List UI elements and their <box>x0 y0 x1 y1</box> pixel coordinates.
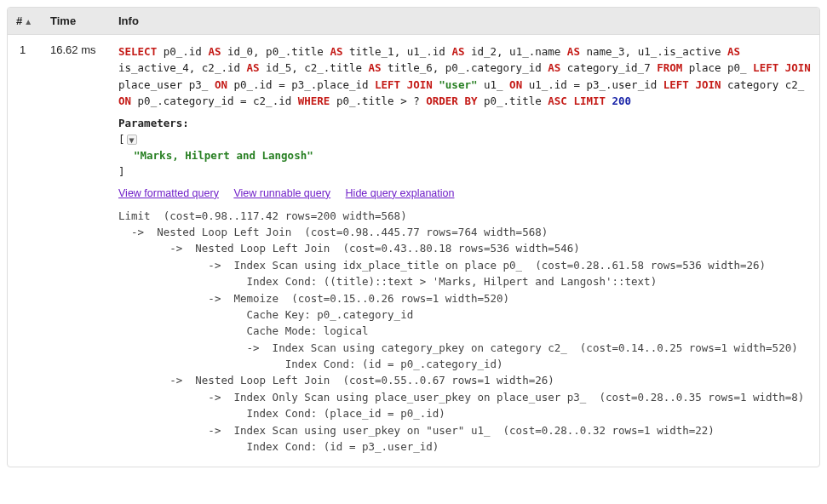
sql-token: AS <box>330 45 342 58</box>
sql-query: SELECT p0_.id AS id_0, p0_.title AS titl… <box>118 43 811 110</box>
hide-explain-link[interactable]: Hide query explanation <box>346 187 455 199</box>
header-info-label: Info <box>118 14 139 27</box>
sql-token: ON <box>118 94 131 107</box>
sql-token: ASC <box>548 94 567 107</box>
sql-token: WHERE <box>298 94 330 107</box>
parameters-block: [▼ "Marks, Hilpert and Langosh" ] <box>118 131 811 180</box>
sql-token: p0_.category_id = c2_.id <box>131 94 298 107</box>
query-explain-plan: Limit (cost=0.98..117.42 rows=200 width=… <box>118 208 811 455</box>
sql-token: LEFT JOIN <box>753 61 811 74</box>
header-num[interactable]: #▲ <box>8 8 42 35</box>
sql-token: u1_.id = p3_.user_id <box>522 78 663 91</box>
sql-token: LIMIT <box>573 94 606 107</box>
query-panel: #▲ Time Info 1 16.62 ms SELECT p0_.id AS… <box>7 7 820 467</box>
header-info[interactable]: Info <box>110 8 819 35</box>
sql-token: p0_.id = p3_.place_id <box>227 78 375 91</box>
sql-token: 200 <box>612 94 632 107</box>
sql-token: ON <box>509 78 522 91</box>
sql-token: p0_.title <box>477 94 548 107</box>
cell-time: 16.62 ms <box>42 35 110 467</box>
sql-token: id_5, c2_.title <box>260 61 369 74</box>
view-runnable-link[interactable]: View runnable query <box>233 187 330 199</box>
sql-token: title_6, p0_.category_id <box>382 61 548 74</box>
sql-token: AS <box>247 61 260 74</box>
header-num-label: # <box>16 14 22 27</box>
sql-token: AS <box>727 45 740 58</box>
sql-token: "user" <box>439 78 477 91</box>
sql-token: ORDER BY <box>426 94 477 107</box>
parameters-label: Parameters: <box>118 117 811 129</box>
sql-token: AS <box>208 45 221 58</box>
table-row: 1 16.62 ms SELECT p0_.id AS id_0, p0_.ti… <box>8 35 819 467</box>
sql-token: id_2, u1_.name <box>464 45 566 58</box>
sql-token: category c2_ <box>721 78 810 91</box>
collapse-toggle-icon[interactable]: ▼ <box>127 135 137 145</box>
sql-token: AS <box>567 45 580 58</box>
sql-token: LEFT JOIN <box>663 78 721 91</box>
sql-token: category_id_7 <box>560 61 657 74</box>
sql-token: LEFT JOIN <box>375 78 433 91</box>
sql-token: title_1, u1_.id <box>342 45 451 58</box>
sql-token: AS <box>369 61 382 74</box>
parameter-value: "Marks, Hilpert and Langosh" <box>134 149 313 162</box>
sql-token: name_3, u1_.is_active <box>580 45 727 58</box>
header-time-label: Time <box>50 14 76 27</box>
cell-info: SELECT p0_.id AS id_0, p0_.title AS titl… <box>110 35 819 467</box>
sql-token: AS <box>548 61 560 74</box>
cell-num: 1 <box>8 35 42 467</box>
sql-token: place p0_ <box>682 61 753 74</box>
view-formatted-link[interactable]: View formatted query <box>118 187 219 199</box>
param-bracket-open: [ <box>118 133 125 146</box>
query-table: #▲ Time Info 1 16.62 ms SELECT p0_.id AS… <box>8 8 819 467</box>
sort-asc-icon: ▲ <box>24 17 32 26</box>
param-bracket-close: ] <box>118 163 811 180</box>
sql-token: ON <box>215 78 227 91</box>
sql-token: p0_.title > ? <box>330 94 426 107</box>
sql-token: FROM <box>657 61 682 74</box>
sql-token <box>606 94 612 107</box>
sql-token: p0_.id <box>157 45 208 58</box>
sql-token: AS <box>451 45 464 58</box>
sql-token: SELECT <box>118 45 157 58</box>
query-links: View formatted query View runnable query… <box>118 187 811 199</box>
sql-token: u1_ <box>477 78 509 91</box>
sql-token: id_0, p0_.title <box>221 45 330 58</box>
header-time[interactable]: Time <box>42 8 110 35</box>
